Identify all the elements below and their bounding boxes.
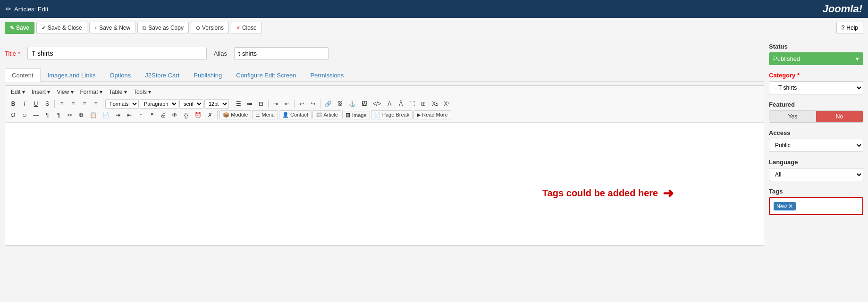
featured-no-button[interactable]: No [816, 111, 863, 122]
code-button[interactable]: </> [371, 100, 383, 108]
anchor-button[interactable]: ⚓ [346, 100, 358, 108]
text-color-button[interactable]: A [384, 100, 395, 108]
blockquote-button[interactable]: ❝ [147, 111, 157, 119]
tags-section: Tags New ✕ [769, 188, 863, 215]
top-bar: ✏ Articles: Edit Joomla! [0, 0, 868, 18]
paste-text-button[interactable]: 📄 [100, 111, 112, 119]
unlink-button[interactable]: ⛓ [335, 100, 346, 108]
divider2 [103, 100, 103, 108]
editor-menu-format[interactable]: Format ▾ [77, 88, 105, 96]
close-button[interactable]: ✕ Close [231, 22, 262, 34]
font-select[interactable]: serif [179, 99, 203, 109]
insert-module-button[interactable]: 📦 Module [219, 110, 251, 119]
move-up-button[interactable]: ↑ [135, 111, 146, 119]
alias-input[interactable] [234, 47, 329, 60]
outdent2-button[interactable]: ⇤ [124, 111, 135, 119]
undo-button[interactable]: ↩ [296, 100, 307, 108]
help-button[interactable]: ? Help [836, 22, 863, 34]
language-select[interactable]: All [769, 168, 863, 181]
editor-menu-edit[interactable]: Edit ▾ [8, 88, 28, 96]
fullscreen-button[interactable]: ⛶ [407, 100, 417, 108]
tab-configure-edit-screen[interactable]: Configure Edit Screen [229, 68, 303, 82]
tags-input-area[interactable]: New ✕ [769, 197, 863, 215]
tab-content[interactable]: Content [5, 68, 41, 82]
editor-menu-table[interactable]: Table ▾ [106, 88, 130, 96]
tag-close-icon[interactable]: ✕ [788, 203, 793, 210]
category-label: Category * [769, 72, 863, 79]
highlight-button[interactable]: Ā [396, 100, 406, 108]
size-select[interactable]: 12pt [204, 99, 229, 109]
align-justify-button[interactable]: ≡ [91, 100, 101, 108]
special-char-button[interactable]: ☰ [233, 100, 244, 108]
tab-publishing[interactable]: Publishing [186, 68, 229, 82]
strikeout-button[interactable]: ✗ [205, 111, 215, 119]
insert-readmore-button[interactable]: ▶ Read More [413, 110, 451, 119]
main-content: Title * Alias Content Images and Links O… [0, 38, 868, 251]
image-button[interactable]: 🖼 [359, 100, 370, 108]
strikethrough-button[interactable]: S [42, 100, 52, 108]
omega-button[interactable]: Ω [8, 111, 18, 119]
align-left-button[interactable]: ≡ [57, 100, 67, 108]
bullet-list-button[interactable]: ≔ [244, 100, 255, 108]
superscript-button[interactable]: X² [441, 100, 452, 108]
editor-body[interactable] [5, 123, 764, 245]
emoticon-button[interactable]: ☺ [19, 111, 30, 119]
tab-options[interactable]: Options [102, 68, 138, 82]
paragraph-select[interactable]: Paragraph [140, 99, 178, 109]
left-column: Title * Alias Content Images and Links O… [5, 43, 764, 246]
insert-menu-button[interactable]: ☰ Menu [252, 110, 278, 119]
title-required: * [18, 50, 20, 57]
ordered-list-button[interactable]: ⊟ [256, 100, 266, 108]
clock-button[interactable]: ⏰ [192, 111, 204, 119]
link-button[interactable]: 🔗 [322, 100, 334, 108]
divider6 [320, 100, 320, 108]
insert-pagebreak-button[interactable]: 📄 Page Break [371, 110, 413, 119]
cut-button[interactable]: ✂ [65, 111, 75, 119]
align-center-button[interactable]: ≡ [68, 100, 78, 108]
pilcrow2-button[interactable]: ¶ [53, 111, 64, 119]
save-copy-label: Save as Copy [148, 25, 184, 31]
editor-menu-view[interactable]: View ▾ [54, 88, 76, 96]
title-input[interactable] [27, 47, 207, 60]
insert-contact-button[interactable]: 👤 Contact [279, 110, 312, 119]
italic-button[interactable]: I [19, 100, 30, 108]
hr-button[interactable]: — [31, 111, 41, 119]
subscript-button[interactable]: X₂ [430, 100, 440, 108]
status-dropdown[interactable]: Published ▾ [769, 52, 863, 65]
joomla-logo: Joomla! [823, 3, 862, 15]
preview-button[interactable]: 👁 [169, 111, 180, 119]
bold-button[interactable]: B [8, 100, 18, 108]
formats-select[interactable]: Formats [105, 99, 139, 109]
align-right-button[interactable]: ≡ [79, 100, 90, 108]
save-button[interactable]: ✎ Save [5, 22, 34, 34]
paste-button[interactable]: 📋 [87, 111, 99, 119]
category-select[interactable]: - T shirts [769, 81, 863, 94]
editor-menu-insert[interactable]: Insert ▾ [29, 88, 53, 96]
edit-icon: ✏ [6, 5, 11, 13]
status-section: Status Published ▾ [769, 43, 863, 65]
access-select[interactable]: Public [769, 139, 863, 152]
featured-yes-button[interactable]: Yes [769, 111, 816, 122]
print-button[interactable]: 🖨 [158, 111, 169, 119]
save-new-button[interactable]: + Save & New [89, 22, 135, 34]
save-copy-button[interactable]: ⧉ Save as Copy [137, 22, 189, 34]
page-title: Articles: Edit [14, 6, 48, 13]
tab-permissions[interactable]: Permissions [303, 68, 351, 82]
table-button[interactable]: ⊞ [418, 100, 429, 108]
save-close-button[interactable]: ✔ Save & Close [36, 22, 87, 34]
versions-button[interactable]: ⊙ Versions [191, 22, 229, 34]
underline-button[interactable]: U [31, 100, 41, 108]
indent2-button[interactable]: ⇥ [113, 111, 123, 119]
tag-new-badge: New ✕ [774, 202, 796, 210]
copy-button[interactable]: ⧉ [76, 111, 86, 119]
tab-j2store-cart[interactable]: J2Store Cart [138, 68, 186, 82]
pilcrow-button[interactable]: ¶ [42, 111, 52, 119]
outdent-button[interactable]: ⇤ [282, 100, 292, 108]
indent-button[interactable]: ⇥ [270, 100, 281, 108]
tab-images-links[interactable]: Images and Links [41, 68, 103, 82]
editor-menu-tools[interactable]: Tools ▾ [131, 88, 154, 96]
source-button[interactable]: {} [181, 111, 191, 119]
redo-button[interactable]: ↪ [308, 100, 318, 108]
insert-article-button[interactable]: 📰 Article [312, 110, 341, 119]
insert-image-button[interactable]: 🖼 Image [342, 111, 370, 119]
